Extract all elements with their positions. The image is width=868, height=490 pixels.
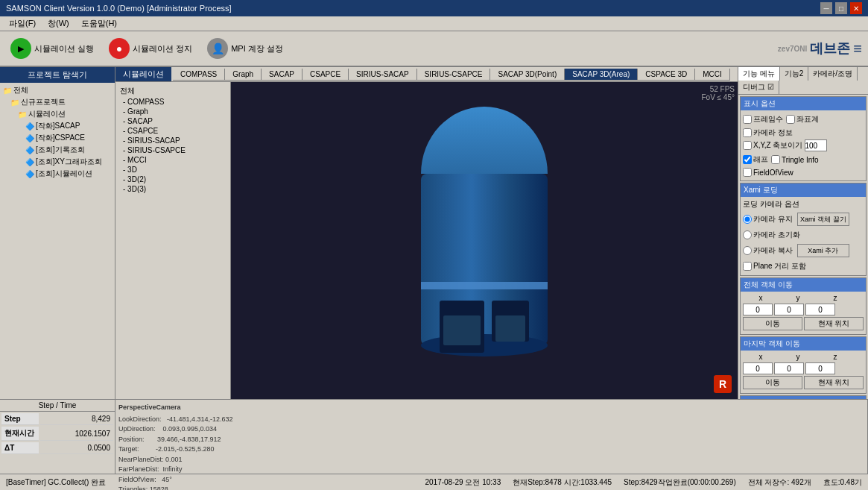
move-last-button[interactable]: 이동 [743,376,802,389]
tab-debug[interactable]: 디버그 ☑ [738,81,779,94]
graph-checkbox[interactable] [743,155,752,164]
z-input-move-all[interactable] [805,304,835,315]
tab-sirius-sacap[interactable]: SIRIUS-SACAP [349,69,417,80]
tree-item-simulation[interactable]: 📁 시뮬레이션 [1,108,113,120]
camera-copy-radio[interactable] [743,246,752,255]
camera-init-label: 카메라 초기화 [753,230,800,240]
menu-file[interactable]: 파일(F) [3,18,42,29]
tab-csapce[interactable]: CSAPCE [302,69,349,80]
svg-rect-4 [421,282,548,289]
tree-item-xygraph[interactable]: 🔷 [조회]XY그래파조회 [1,156,113,168]
tree-item-record[interactable]: 🔷 [조회]기록조회 [1,144,113,156]
sim-tree-all[interactable]: 전체 [117,85,229,97]
xyz-axis-checkbox[interactable] [743,141,752,150]
last-object-move-section: 마지막 객체 이동 x y z 이동 현재 위치 [740,336,867,394]
simulation-start-button[interactable]: ▶ 시뮬레이션 실행 [6,37,98,60]
display-options-header: 표시 옵션 [741,97,866,110]
sim-tree-3d2[interactable]: - 3D(2) [117,175,229,184]
xami-add-button[interactable]: Xami 추가 [797,244,849,257]
move-all-button[interactable]: 이동 [743,317,802,330]
tree-label: 신규프로젝트 [21,97,66,107]
camera-init-radio[interactable] [743,230,752,239]
menu-help[interactable]: 도움말(H) [75,18,123,29]
mpi-icon: 👤 [207,38,228,59]
last-object-move-body: x y z 이동 현재 위치 [741,351,866,393]
last-object-move-header: 마지막 객체 이동 [741,337,866,351]
xyz-axis-input[interactable] [805,139,827,151]
tab-cspace3d[interactable]: CSPACE 3D [638,69,695,80]
tab-camera-light[interactable]: 카메라/조명 [808,67,858,81]
tree-item-sacap[interactable]: 🔷 [작화]SACAP [1,120,113,132]
camera-info-checkbox[interactable] [743,128,752,137]
tab-sirius-csapce[interactable]: SIRIUS-CSAPCE [417,69,491,80]
sim-tree-compass[interactable]: - COMPASS [117,97,229,107]
camera-info-label: 카메라 정보 [753,128,793,138]
file-icon: 🔷 [25,170,34,178]
display-options-body: 프레임수 좌표계 카메라 정보 X,Y,Z 축보이기 [741,110,866,180]
tree-item-all[interactable]: 📁 전체 [1,84,113,96]
tab-sacap3d-point[interactable]: SACAP 3D(Point) [490,69,565,80]
svg-rect-7 [443,315,481,345]
tab-sacap3d-area[interactable]: SACAP 3D(Area) [565,69,638,80]
z-input-move-last[interactable] [805,362,835,374]
sim-tree-3d3[interactable]: - 3D(3) [117,184,229,194]
sim-tree-sirius-sacap[interactable]: - SIRIUS-SACAP [117,136,229,145]
tab-graph[interactable]: Graph [225,69,262,80]
tree-label: 시뮬레이션 [28,109,66,119]
sim-tree-csapce[interactable]: - CSAPCE [117,126,229,136]
tab-feature2[interactable]: 기능2 [780,67,809,81]
camera-up-direction: UpDirection: 0.093,0.995,0.034 [118,424,864,435]
step-time-title: Step / Time [39,401,77,409]
tree-item-new-project[interactable]: 📁 신규프로젝트 [1,96,113,108]
tab-compass[interactable]: COMPASS [173,69,225,80]
y-input-move-last[interactable] [774,362,804,374]
minimize-button[interactable]: ─ [820,2,832,14]
sim-tree-sirius-csapce[interactable]: - SIRIUS-CSAPCE [117,145,229,155]
mpi-setup-button[interactable]: 👤 MPI 계장 설정 [203,37,288,60]
frame-count-checkbox[interactable] [743,115,752,124]
tab-mcci[interactable]: MCCI [695,69,730,80]
simulation-header: 시뮬레이션 [115,67,171,81]
start-icon: ▶ [10,38,31,59]
sim-tree-3d[interactable]: - 3D [117,165,229,175]
camera-init-row: 카메라 초기화 [743,230,864,240]
move-all-buttons: 이동 현재 위치 [743,317,864,330]
tringle-info-checkbox[interactable] [771,155,780,164]
z-label-last: z [817,353,853,361]
xami-loading-header: Xami 로딩 [741,183,866,197]
status-step-current: 현재Step:8478 시간:1033.445 [510,477,615,488]
tree-item-cspace[interactable]: 🔷 [작화]CSPACE [1,132,113,144]
sim-tree-mcci[interactable]: - MCCI [117,155,229,165]
plane-distance-checkbox[interactable] [743,262,752,271]
menu-window[interactable]: 창(W) [42,18,75,29]
x-input-move-all[interactable] [743,304,773,315]
delta-t-label: ΔT [1,442,39,454]
close-button[interactable]: ✕ [850,2,862,14]
fov-checkbox[interactable] [743,168,752,177]
logo-icon: ≡ [853,40,862,57]
sim-tree-sacap[interactable]: - SACAP [117,116,229,126]
file-icon: 🔷 [25,122,34,131]
xami-loading-body: 로딩 카메라 옵션 카메라 유지 Xami 객체 끌기 카메라 초기화 [741,197,866,275]
y-input-move-all[interactable] [774,304,804,315]
display-options-section: 표시 옵션 프레임수 좌표계 카메라 정보 [740,96,867,181]
tab-feature-menu[interactable]: 기능 메뉴 [738,67,780,81]
maximize-button[interactable]: □ [835,2,847,14]
camera-keep-radio[interactable] [743,215,752,224]
simulation-stop-button[interactable]: ● 시뮬레이션 정지 [104,37,197,60]
tree-label: [조회]시뮬레이션 [36,169,92,179]
center-panel: 시뮬레이션 COMPASS Graph SACAP CSAPCE SIRIUS-… [115,67,738,399]
x-input-move-last[interactable] [743,362,773,374]
current-pos-last-button[interactable]: 현재 위치 [804,376,864,389]
sim-tree-graph[interactable]: - Graph [117,107,229,116]
frame-count-label: 프레임수 [753,114,783,125]
tab-sacap[interactable]: SACAP [262,69,302,80]
right-panel-tabs: 기능 메뉴 기능2 카메라/조명 디버그 ☑ [738,67,868,95]
tree-item-simview[interactable]: 🔷 [조회]시뮬레이션 [1,168,113,180]
xami-drag-button[interactable]: Xami 객체 끌기 [797,213,849,226]
viewport[interactable]: 52 FPS FoV ≤ 45° [231,82,738,399]
x-label-last: x [743,353,779,361]
coordinate-checkbox[interactable] [786,115,795,124]
current-pos-all-button[interactable]: 현재 위치 [804,317,864,330]
camera-copy-row: 카메라 복사 Xami 추가 [743,244,864,257]
